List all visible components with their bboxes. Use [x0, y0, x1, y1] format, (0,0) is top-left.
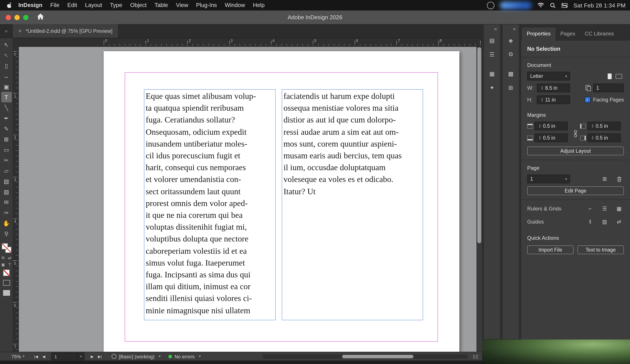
vertical-scrollbar[interactable] — [476, 46, 482, 352]
scissors-tool[interactable]: ✂ — [1, 155, 12, 166]
apple-icon[interactable] — [6, 2, 12, 8]
text-frame-left[interactable]: Eque quas simet alibusam volup- ta quatq… — [144, 89, 276, 320]
free-transform-tool[interactable]: ▱ — [1, 166, 12, 176]
spread-view-icon[interactable]: ▯▯ — [473, 354, 478, 359]
collapse-panels-chevron-2[interactable]: « — [503, 24, 519, 33]
wifi-icon[interactable] — [537, 2, 544, 8]
horizontal-scrollbar-thumb[interactable] — [342, 355, 414, 358]
close-tab-icon[interactable]: × — [18, 28, 22, 34]
page-number-dropdown[interactable]: 1▾ — [52, 352, 85, 360]
gap-tool[interactable]: ↔ — [1, 71, 12, 82]
layers-panel-icon[interactable]: ◈ — [505, 35, 516, 46]
portrait-orientation-icon[interactable] — [608, 73, 612, 79]
menu-item-plug-ins[interactable]: Plug-Ins — [192, 0, 221, 10]
formatting-text-icon[interactable]: T — [7, 262, 12, 267]
width-field[interactable]: ▴▾8.5 in — [537, 84, 570, 92]
menu-item-layout[interactable]: Layout — [81, 0, 106, 10]
import-file-button[interactable]: Import File — [527, 246, 574, 254]
menu-item-view[interactable]: View — [172, 0, 192, 10]
selection-tool[interactable]: ↖ — [1, 40, 12, 50]
pencil-tool[interactable]: ✎ — [1, 124, 12, 134]
current-page-dropdown[interactable]: 1▾ — [527, 174, 570, 183]
next-page-button[interactable]: ▶ — [91, 354, 94, 358]
ruler-origin-box[interactable] — [13, 38, 19, 47]
spotlight-icon[interactable] — [550, 2, 556, 8]
stroke-panel-icon[interactable]: ☰ — [486, 49, 498, 60]
pages-count-field[interactable]: 1 — [593, 84, 624, 92]
baseline-grid-icon[interactable]: ☰ — [600, 205, 610, 212]
tab-properties[interactable]: Properties — [522, 28, 556, 41]
text-to-image-button[interactable]: Text to Image — [578, 246, 624, 254]
text-frame-right[interactable]: faciatendis ut harum expe dolupti ossequ… — [282, 89, 423, 320]
preview-screen-mode-icon[interactable] — [3, 290, 10, 296]
show-guides-icon[interactable]: ‖ — [586, 218, 595, 226]
landscape-orientation-icon[interactable] — [616, 74, 622, 78]
line-tool[interactable]: ╲ — [1, 102, 12, 113]
zoom-tool[interactable]: ⚲ — [1, 228, 12, 239]
type-tool[interactable]: T — [1, 92, 12, 102]
lock-guides-icon[interactable]: ▥ — [600, 218, 610, 226]
fill-swatch[interactable] — [2, 243, 8, 250]
menu-item-window[interactable]: Window — [221, 0, 249, 10]
inside-margin-field[interactable]: ▴▾0.5 in — [587, 122, 620, 130]
smart-guides-icon[interactable]: ⇄ — [614, 218, 624, 226]
menu-item-type[interactable]: Type — [106, 0, 126, 10]
preflight-status[interactable]: No errors — [174, 354, 195, 359]
swap-fill-stroke-icon[interactable]: ⇄ — [7, 256, 12, 260]
collapse-panels-chevron[interactable]: « — [484, 24, 500, 33]
preflight-profile-chevron[interactable]: ▾ — [159, 354, 160, 358]
preflight-profile[interactable]: [Basic] (working) — [119, 354, 154, 359]
top-margin-field[interactable]: ▴▾0.5 in — [534, 122, 568, 130]
tab-cc-libraries[interactable]: CC Libraries — [580, 28, 618, 41]
creative-cloud-icon[interactable] — [487, 2, 494, 9]
show-rulers-icon[interactable]: ⌐ — [586, 205, 595, 212]
horizontal-ruler[interactable]: 012345678 — [18, 38, 482, 47]
gradient-swatch-tool[interactable]: ▧ — [1, 176, 12, 186]
bottom-margin-field[interactable]: ▴▾0.5 in — [534, 134, 568, 142]
menu-item-indesign[interactable]: InDesign — [14, 0, 46, 10]
page-size-dropdown[interactable]: Letter▾ — [527, 72, 570, 80]
gradient-feather-tool[interactable]: ▨ — [1, 186, 12, 197]
facing-pages-checkbox[interactable]: ✓ — [584, 97, 590, 103]
eyedropper-tool[interactable]: ✑ — [1, 208, 12, 218]
last-page-button[interactable]: ▶| — [98, 354, 102, 358]
link-margins-icon[interactable] — [571, 130, 580, 137]
edit-page-button[interactable]: Edit Page — [527, 186, 624, 195]
adjust-layout-button[interactable]: Adjust Layout — [527, 146, 624, 155]
page-transitions-panel-icon[interactable]: ⊞ — [505, 82, 516, 93]
menu-item-edit[interactable]: Edit — [64, 0, 81, 10]
outside-margin-field[interactable]: ▴▾0.5 in — [587, 134, 620, 142]
vertical-ruler[interactable]: 01234567 — [13, 46, 19, 352]
vertical-scrollbar-thumb[interactable] — [477, 47, 481, 243]
content-collector-tool[interactable]: ▣ — [1, 82, 12, 92]
hand-tool[interactable]: ✋ — [1, 218, 12, 228]
direct-selection-tool[interactable]: ↖ — [1, 50, 12, 60]
height-field[interactable]: ▴▾11 in — [537, 96, 570, 104]
control-center-icon[interactable] — [561, 3, 568, 8]
fill-stroke-widget[interactable] — [2, 243, 11, 253]
pen-tool[interactable]: ✒ — [1, 113, 12, 124]
menu-item-object[interactable]: Object — [126, 0, 150, 10]
note-tool[interactable]: ✉ — [1, 197, 12, 208]
menu-item-table[interactable]: Table — [150, 0, 172, 10]
menubar-clock[interactable]: Sat Feb 28 1:34 PM — [574, 2, 626, 8]
tab-pages[interactable]: Pages — [556, 28, 580, 41]
rectangle-tool[interactable]: ▭ — [1, 144, 12, 155]
formatting-container-icon[interactable]: ▣ — [1, 262, 6, 267]
document-grid-icon[interactable]: ▦ — [614, 205, 624, 212]
effects-panel-icon[interactable]: ✦ — [486, 82, 498, 93]
gradient-panel-icon[interactable]: ▩ — [505, 68, 516, 79]
pages-panel-icon[interactable]: ▤ — [486, 35, 498, 46]
preflight-status-chevron[interactable]: ▾ — [199, 354, 201, 358]
previous-page-button[interactable]: ◀ — [42, 354, 45, 358]
document-tab[interactable]: × *Untitled-2.indd @ 75% [GPU Preview] — [12, 24, 118, 38]
menu-item-file[interactable]: File — [46, 0, 64, 10]
zoom-level-dropdown[interactable]: 75%▾ — [12, 354, 24, 359]
rectangle-frame-tool[interactable]: ⊠ — [1, 134, 12, 144]
first-page-button[interactable]: |◀ — [34, 354, 38, 358]
swatches-panel-icon[interactable]: ▦ — [486, 68, 498, 79]
links-panel-icon[interactable]: ⧉ — [505, 49, 516, 60]
page-tool[interactable]: ▯ — [1, 60, 12, 71]
add-page-icon[interactable]: ⊞ — [600, 175, 610, 183]
normal-screen-mode-icon[interactable] — [3, 280, 10, 286]
